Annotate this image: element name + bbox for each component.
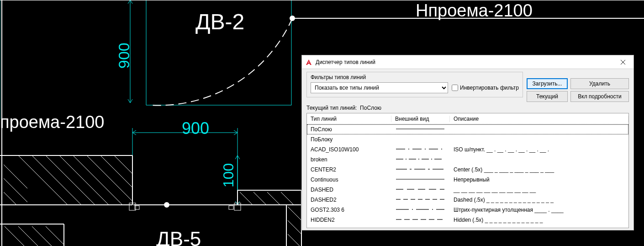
svg-point-88 (432, 209, 433, 210)
svg-point-12 (290, 16, 295, 21)
cell-appearance (391, 126, 450, 134)
autocad-icon (305, 58, 313, 66)
cell-appearance (391, 186, 450, 194)
table-row[interactable]: DASHED2Dashed (.5x) _ _ _ _ _ _ _ _ _ _ … (307, 195, 628, 205)
svg-line-42 (288, 234, 300, 246)
svg-line-26 (4, 178, 27, 202)
close-button[interactable] (612, 55, 633, 69)
cell-appearance (391, 156, 450, 164)
cell-name: ACAD_ISO10W100 (307, 146, 391, 153)
cell-description: Dashed (.5x) _ _ _ _ _ _ _ _ _ _ _ _ _ _… (450, 197, 628, 203)
svg-point-86 (412, 209, 413, 210)
current-linetype: Текущий тип линий: ПоСлою (306, 102, 629, 113)
linetype-table[interactable]: Тип линий Внешний вид Описание ПоСлоюПоБ… (306, 113, 629, 228)
table-row[interactable]: GOST2.303 6Штрих-пунктирная утолщенная _… (307, 205, 628, 215)
svg-line-34 (100, 155, 132, 187)
table-row[interactable]: HIDDEN2Hidden (.5x) _ _ _ _ _ _ _ _ _ _ … (307, 215, 628, 225)
label-hproema-left: проема-2100 (0, 112, 104, 132)
svg-line-39 (281, 192, 294, 205)
invert-filter-label[interactable]: Инвертировать фильтр (452, 85, 519, 91)
col-appearance[interactable]: Внешний вид (391, 116, 450, 122)
cell-description: Hidden (.5x) _ _ _ _ _ _ _ _ _ _ _ _ _ (450, 217, 628, 223)
svg-line-33 (87, 155, 132, 201)
table-header: Тип линий Внешний вид Описание (307, 113, 628, 124)
svg-point-59 (441, 149, 442, 150)
svg-point-61 (406, 159, 406, 160)
load-button[interactable]: Загрузить... (527, 78, 568, 89)
dialog-title: Диспетчер типов линий (316, 59, 612, 65)
cell-appearance (391, 176, 450, 184)
svg-line-32 (73, 155, 122, 205)
table-row[interactable]: CENTER2Center (.5x) ___ _ ___ _ ___ _ __… (307, 165, 628, 175)
cell-description: Непрерывный (450, 176, 628, 183)
delete-button[interactable]: Удалить (570, 78, 629, 89)
svg-point-57 (425, 149, 426, 150)
svg-line-28 (18, 155, 68, 205)
cell-name: ПоСлою (307, 126, 391, 133)
svg-point-65 (431, 159, 432, 160)
cell-appearance (391, 196, 450, 204)
svg-line-37 (253, 192, 266, 205)
svg-line-41 (288, 220, 301, 234)
dim-100: 100 (220, 163, 237, 187)
svg-line-27 (4, 192, 16, 205)
table-row[interactable]: broken (307, 155, 628, 165)
svg-line-36 (240, 192, 253, 205)
cell-description: Штрих-пунктирная утолщенная ____ . ____ (450, 207, 628, 213)
cell-description: __ __ __ __ __ __ __ __ __ __ __ (450, 187, 628, 193)
col-name[interactable]: Тип линий (307, 116, 391, 122)
cell-name: DASHED (307, 187, 391, 193)
invert-filter-checkbox[interactable] (452, 85, 458, 91)
invert-filter-text: Инвертировать фильтр (460, 85, 519, 91)
linetype-manager-dialog: Диспетчер типов линий Фильтры типов лини… (301, 55, 634, 230)
label-hproema-right: Нпроема-2100 (416, 1, 533, 21)
label-dv5: ДВ-5 (156, 228, 201, 246)
titlebar[interactable]: Диспетчер типов линий (302, 55, 633, 69)
filter-dropdown[interactable]: Показать все типы линий (311, 82, 448, 93)
cell-appearance (391, 136, 450, 144)
dim-900-vert: 900 (115, 43, 133, 69)
table-row[interactable]: ПоБлоку (307, 134, 628, 144)
svg-line-40 (288, 207, 301, 220)
table-row[interactable]: ACAD_ISO10W100ISO ш/пункт. __ . __ . __ … (307, 144, 628, 155)
svg-line-31 (59, 155, 109, 205)
cell-name: Continuous (307, 176, 391, 183)
cell-name: DASHED2 (307, 197, 391, 203)
svg-line-30 (46, 155, 95, 205)
table-row[interactable]: DASHED__ __ __ __ __ __ __ __ __ __ __ (307, 185, 628, 195)
svg-line-35 (114, 155, 132, 174)
cell-description: ISO ш/пункт. __ . __ . __ . __ . __ . __… (450, 146, 628, 153)
close-icon (621, 60, 625, 64)
table-row[interactable]: ContinuousНепрерывный (307, 175, 628, 185)
cell-name: HIDDEN2 (307, 217, 391, 223)
filter-group-title: Фильтры типов линий (311, 74, 519, 80)
svg-line-46 (46, 226, 64, 245)
label-dv2: ДВ-2 (195, 9, 244, 34)
cell-appearance (391, 146, 450, 154)
cell-appearance (391, 216, 450, 224)
details-button[interactable]: Вкл подробности (570, 91, 629, 102)
col-description[interactable]: Описание (450, 116, 628, 122)
cell-name: GOST2.303 6 (307, 207, 391, 213)
svg-line-38 (267, 192, 280, 205)
cell-appearance (391, 206, 450, 214)
cell-name: ПоБлоку (307, 136, 391, 143)
svg-line-29 (32, 155, 81, 205)
svg-point-63 (418, 159, 419, 160)
svg-line-25 (4, 165, 27, 188)
cell-appearance (391, 166, 450, 174)
cell-name: broken (307, 156, 391, 163)
filter-group: Фильтры типов линий Показать все типы ли… (306, 72, 523, 97)
svg-rect-50 (229, 206, 233, 209)
cell-name: CENTER2 (307, 166, 391, 173)
current-button[interactable]: Текущий (527, 91, 568, 102)
cell-description: Center (.5x) ___ _ ___ _ ___ _ ___ _ ___ (450, 166, 628, 173)
dim-900-horiz: 900 (182, 119, 209, 138)
table-row[interactable]: ПоСлою (307, 124, 628, 134)
svg-point-55 (408, 149, 409, 150)
